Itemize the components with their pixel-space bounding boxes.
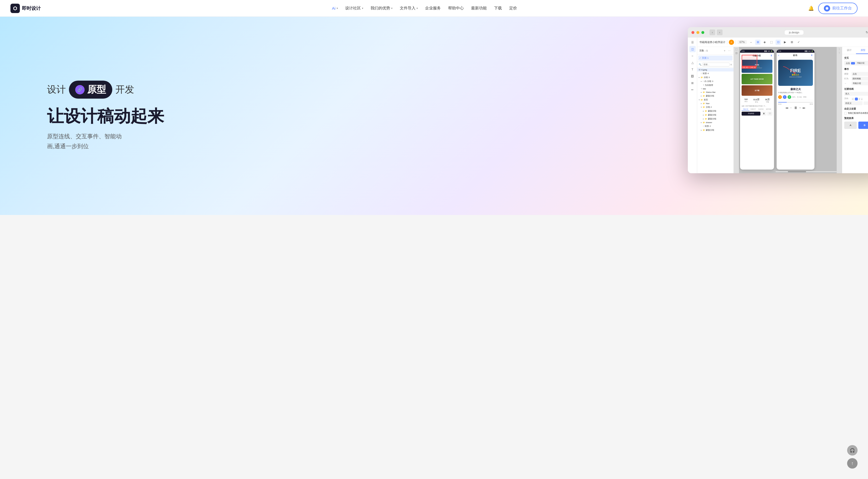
nav-enterprise[interactable]: 企业服务 (422, 4, 444, 12)
canvas-tool-2[interactable]: ◫ (735, 52, 738, 54)
fast-forward-icon[interactable]: ⏭ (803, 106, 805, 109)
canvas-area[interactable]: ⬚ ◫ ⋮ ⋮ (734, 47, 842, 173)
nav-import[interactable]: 文件导入 ▾ (397, 4, 421, 12)
layer-title[interactable]: T title (697, 87, 734, 91)
add-page-button[interactable]: + (722, 48, 727, 53)
search-nav-icon[interactable]: ○ (689, 53, 696, 59)
layer-group2[interactable]: ▾ 📁 分组 2 (697, 105, 734, 109)
filter-icon[interactable]: ⊟ (731, 64, 732, 66)
prototype-tool-active[interactable]: ⊡ (776, 40, 781, 45)
canvas-scrollbar-thumb (788, 171, 806, 172)
pause-icon[interactable]: ⏸ (794, 106, 798, 110)
more-pages-button[interactable]: ⋯ (727, 48, 732, 53)
download-button[interactable]: ⬇ (761, 112, 767, 115)
like-button[interactable]: ♡ (767, 112, 772, 115)
dir-left-button[interactable]: ← (851, 98, 855, 100)
pen-tool-icon[interactable]: ✏ (689, 87, 696, 93)
phone1-status-icons: ▌▌▌ WiFi 🔋 (764, 50, 772, 52)
check-icon[interactable]: ✓ (796, 40, 801, 45)
layer-group3[interactable]: ▸ 📁 分组 3 (697, 75, 734, 79)
layer-recommend[interactable]: T 为你推荐 (697, 83, 734, 87)
nav-ai[interactable]: Ai ▾ (329, 4, 341, 12)
play-icon[interactable]: ▶ (782, 40, 787, 45)
nav-help[interactable]: 帮助中心 (445, 4, 467, 12)
layer-home[interactable]: ▾ 📁 首页 (697, 98, 734, 102)
dir-down-button[interactable]: ↓ (861, 98, 863, 100)
layer-nav[interactable]: ▸ 📁 Nav (697, 102, 734, 105)
text-tool-icon[interactable]: T (689, 66, 696, 72)
tab-prototype[interactable]: 原型 (856, 47, 868, 54)
nav-download[interactable]: 下载 (491, 4, 505, 12)
menu-icon[interactable]: ☰ (689, 39, 696, 45)
nav-advantages[interactable]: 我们的优势 ▾ (367, 4, 396, 12)
signal-icon: ▌▌▌ (764, 50, 767, 52)
zoom-fit-icon[interactable]: ⊞ (755, 40, 761, 45)
listener-avatar-1: 张 (778, 95, 782, 99)
browser-back-button[interactable]: ‹ (710, 30, 715, 35)
forward-icon[interactable]: + (800, 107, 801, 109)
phone2-nav: ‹ 听书 ⬆ (777, 53, 814, 58)
phone1-share-icon[interactable]: ⬆ (770, 54, 772, 57)
rewind-icon[interactable]: ⏮ (786, 106, 788, 109)
canvas-tool-1[interactable]: ⬚ (735, 48, 738, 50)
canvas-scrollbar[interactable] (776, 171, 837, 172)
audio-progress-bar[interactable] (778, 102, 813, 103)
tab-design[interactable]: 设计 (842, 47, 856, 54)
layer-mask-group5[interactable]: ▸ 📁 蒙版分组 (697, 128, 734, 132)
component-icon[interactable]: ⊞ (689, 80, 696, 86)
layer-rect2[interactable]: □ 矩形 2 (697, 124, 734, 128)
layer-white-group3[interactable]: ▸ □ 白 分组 3 (697, 79, 734, 83)
hero-subtitle: 原型连线、交互事件、智能动 画,通通一步到位 (47, 132, 141, 151)
layer-mask-group2[interactable]: ▸ 📁 蒙版分组 (697, 109, 734, 113)
layer-drawer[interactable]: ▸ 📁 drawer (697, 121, 734, 124)
arrow-indicator: → (851, 62, 855, 64)
app-name: 即时设计 (22, 5, 41, 11)
nav-new[interactable]: 最新功能 (468, 4, 490, 12)
triangle-tool-icon[interactable]: △ (689, 60, 696, 66)
canvas-right-tool-2[interactable]: ⋮ (838, 52, 840, 54)
listeners-row: 张 王 李 张力、王小花、李明 (778, 95, 813, 99)
smart-match-checkbox[interactable] (844, 112, 847, 114)
effect-b-button[interactable]: B (858, 122, 868, 129)
notification-bell-icon[interactable]: 🔔 (808, 5, 814, 11)
nav-community[interactable]: 设计社区 ▾ (342, 4, 366, 12)
backward-icon[interactable]: − (790, 107, 792, 109)
start-reading-button[interactable]: 开始阅读 (742, 112, 761, 115)
zoom-level[interactable]: 67% (738, 40, 747, 44)
tab-author[interactable]: 作家生平 (749, 108, 757, 111)
window-close-dot (691, 31, 694, 34)
workspace-button[interactable]: 前往工作台 (818, 3, 858, 14)
tab-works[interactable]: 作品年表 (757, 108, 765, 111)
dir-up-button[interactable]: ↑ (858, 98, 861, 100)
nav-pricing[interactable]: 定价 (506, 4, 520, 12)
tab-intro[interactable]: 书籍介绍 (742, 108, 749, 111)
layer-jpeg[interactable]: 🖼 6.jpeg (697, 68, 734, 71)
canvas-right-tool-1[interactable]: ⋮ (838, 48, 840, 50)
layer-mask-group1[interactable]: ▸ 📁 蒙版分组 (697, 94, 734, 98)
import-chevron-icon: ▾ (416, 7, 418, 10)
page-item-1[interactable]: ✓ 页面 1 (698, 56, 733, 61)
component-tool[interactable]: ◈ (762, 40, 767, 45)
effect-a-button[interactable]: A (844, 122, 857, 129)
tab-reviews[interactable]: 读评详情 (765, 108, 773, 111)
layer-mask-group4[interactable]: ▸ 📁 蒙版分组 (697, 117, 734, 121)
layer-statusbar[interactable]: ▸ 📁 Status Bar (697, 91, 734, 94)
layer-search-input[interactable] (702, 63, 730, 67)
zoom-out-icon[interactable]: − (748, 40, 754, 45)
image-tool-icon[interactable]: 🖼 (689, 73, 696, 79)
dir-right-button[interactable]: → (855, 98, 858, 100)
refresh-icon[interactable]: ↻ (866, 31, 868, 34)
layer-rect4[interactable]: □ 矩形 4 (697, 71, 734, 75)
browser-forward-button[interactable]: › (717, 30, 722, 35)
layer-mask-group3[interactable]: ▸ 📁 蒙版分组 (697, 113, 734, 117)
advantages-chevron-icon: ▾ (391, 7, 393, 10)
grid-icon[interactable]: ⊞ (789, 40, 794, 45)
navbar-left: 即时设计 (10, 4, 41, 13)
canvas-side-tools-right: ⋮ ⋮ (837, 47, 842, 173)
url-display[interactable]: js.design (785, 30, 803, 35)
preview-effects-section: 预览效果 A B (844, 116, 868, 129)
frame-tool[interactable]: ⬚ (769, 40, 774, 45)
phone2-share-icon[interactable]: ⬆ (811, 54, 813, 57)
book-description: 这是一本关于森林消防员在太平洋的一个... (742, 105, 772, 107)
layers-icon[interactable]: ◫ (689, 46, 696, 52)
